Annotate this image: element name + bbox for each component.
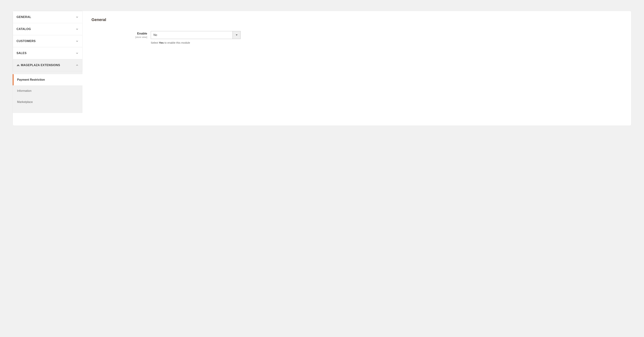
caret-down-icon (236, 34, 238, 37)
select-dropdown-button[interactable] (232, 31, 240, 39)
sidebar-tab-label: MAGEPLAZA EXTENSIONS (21, 64, 60, 67)
sidebar-tab-catalog[interactable]: CATALOG (13, 23, 82, 35)
config-panel: GENERAL CATALOG CUSTOMERS SALES (12, 11, 632, 126)
sidebar-item-label: Marketplace (17, 100, 33, 104)
sidebar-tab-label: CATALOG (16, 28, 31, 31)
sidebar-tab-general[interactable]: GENERAL (13, 11, 82, 23)
sidebar-subitems: Payment Restriction Information Marketpl… (13, 71, 82, 113)
enable-select[interactable]: No (151, 31, 240, 39)
field-label-column: Enable [store view] (92, 31, 147, 38)
mageplaza-brand-icon (16, 64, 20, 67)
config-content: General Enable [store view] No Select Ye… (82, 11, 631, 126)
chevron-down-icon (76, 16, 79, 19)
sidebar-tab-label: CUSTOMERS (16, 40, 36, 43)
sidebar-tab-customers[interactable]: CUSTOMERS (13, 35, 82, 47)
sidebar-item-payment-restriction[interactable]: Payment Restriction (13, 74, 82, 85)
field-control-column: No Select Yes to enable this module (151, 31, 240, 44)
chevron-down-icon (76, 28, 79, 31)
config-sidebar: GENERAL CATALOG CUSTOMERS SALES (13, 11, 82, 126)
field-scope: [store view] (92, 36, 147, 38)
sidebar-tab-label: SALES (16, 52, 26, 55)
select-value: No (151, 31, 232, 39)
sidebar-tab-label: GENERAL (16, 16, 31, 19)
field-note-post: to enable this module (164, 41, 190, 44)
sidebar-item-label: Payment Restriction (17, 78, 45, 81)
sidebar-tab-sales[interactable]: SALES (13, 47, 82, 59)
chevron-up-icon (76, 64, 79, 67)
chevron-down-icon (76, 52, 79, 55)
field-note-pre: Select (151, 41, 159, 44)
field-note: Select Yes to enable this module (151, 41, 240, 44)
sidebar-item-information[interactable]: Information (13, 85, 82, 96)
section-title: General (92, 18, 622, 22)
sidebar-item-label: Information (17, 89, 32, 92)
svg-marker-0 (236, 34, 238, 36)
sidebar-tab-mageplaza-extensions[interactable]: MAGEPLAZA EXTENSIONS (13, 59, 82, 71)
chevron-down-icon (76, 40, 79, 43)
field-label: Enable (92, 32, 147, 36)
sidebar-item-marketplace[interactable]: Marketplace (13, 96, 82, 108)
field-enable: Enable [store view] No Select Yes to ena… (92, 31, 622, 44)
field-note-bold: Yes (159, 41, 164, 44)
